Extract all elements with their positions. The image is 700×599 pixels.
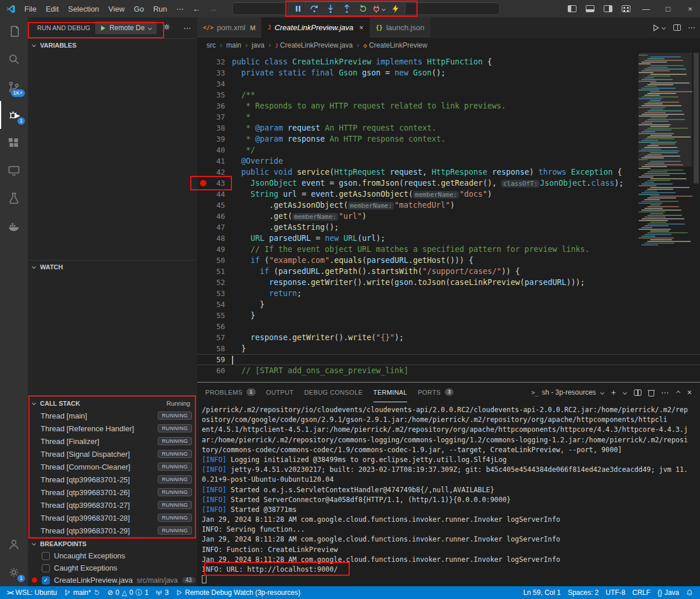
maximize-panel-icon[interactable] — [676, 390, 680, 394]
tab-pom.xml[interactable]: </>pom.xmlM — [197, 17, 262, 38]
breakpoint-gutter[interactable] — [197, 266, 208, 277]
extensions-icon[interactable] — [0, 129, 28, 157]
breakpoint-checkbox[interactable]: ✓ — [42, 576, 50, 584]
callstack-thread-row[interactable]: Thread [qtp399683701-26]RUNNING — [28, 486, 197, 499]
watch-section-header[interactable]: WATCH — [28, 260, 197, 273]
cursor-position[interactable]: Ln 59, Col 1 — [520, 586, 564, 599]
breakpoints-section-header[interactable]: BREAKPOINTS — [28, 537, 197, 550]
breakpoint-gutter[interactable] — [197, 255, 208, 266]
breadcrumb-item[interactable]: ◇ CreateLinkPreview — [363, 41, 427, 49]
code-editor[interactable]: 32public class CreateLinkPreview impleme… — [197, 53, 700, 382]
code-text[interactable]: * Responds to any HTTP request related t… — [225, 100, 506, 111]
breakpoint-checkbox[interactable] — [42, 552, 50, 560]
docker-icon[interactable] — [0, 212, 28, 240]
code-text[interactable]: if (parsedURL.getPath().startsWith("/sup… — [225, 266, 520, 277]
breakpoint-gutter[interactable] — [197, 100, 208, 111]
ports-indicator[interactable]: 3 — [152, 586, 172, 599]
menu-go[interactable]: Go — [129, 5, 148, 13]
breakpoint-gutter[interactable] — [197, 133, 208, 145]
disconnect-button[interactable] — [371, 2, 387, 15]
callstack-thread-row[interactable]: Thread [qtp399683701-28]RUNNING — [28, 511, 197, 524]
search-icon[interactable] — [0, 45, 28, 73]
breadcrumb-item[interactable]: main — [226, 41, 241, 49]
panel-more-actions[interactable]: ⋯ — [661, 388, 669, 397]
callstack-thread-row[interactable]: Thread [qtp399683701-29]RUNNING — [28, 524, 197, 537]
callstack-thread-row[interactable]: Thread [main]RUNNING — [28, 409, 197, 422]
callstack-thread-row[interactable]: Thread [Common-Cleaner]RUNNING — [28, 460, 197, 473]
source-control-icon[interactable]: 1K+ — [0, 73, 28, 101]
breakpoint-gutter[interactable] — [197, 89, 208, 100]
breakpoint-gutter[interactable] — [197, 277, 208, 288]
breadcrumb-item[interactable]: J CreateLinkPreview.java — [275, 41, 353, 49]
indentation[interactable]: Spaces: 2 — [564, 586, 602, 599]
breakpoint-gutter[interactable] — [197, 233, 208, 244]
breakpoint-gutter[interactable] — [197, 156, 208, 167]
breakpoint-gutter[interactable] — [197, 200, 208, 211]
split-terminal-icon[interactable] — [634, 389, 641, 396]
minimap[interactable] — [639, 54, 692, 246]
code-text[interactable]: * — [225, 111, 251, 122]
breakpoint-gutter[interactable] — [197, 299, 208, 310]
callstack-thread-row[interactable]: Thread [Reference Handler]RUNNING — [28, 422, 197, 435]
breakpoint-gutter[interactable] — [197, 78, 208, 89]
testing-icon[interactable] — [0, 185, 28, 212]
debug-session-status[interactable]: Remote Debug Watch (3p-resources) — [172, 586, 304, 599]
step-out-button[interactable] — [339, 2, 354, 15]
menu-selection[interactable]: Selection — [63, 5, 103, 13]
toggle-panel-icon[interactable] — [586, 5, 594, 12]
code-text[interactable]: */ — [225, 145, 255, 156]
editor-more-actions[interactable]: ⋯ — [688, 23, 695, 32]
code-text[interactable]: private static final Gson gson = new Gso… — [225, 67, 445, 78]
split-editor-icon[interactable] — [673, 24, 681, 31]
customize-layout-icon[interactable] — [622, 5, 630, 12]
kill-terminal-icon[interactable] — [648, 389, 655, 396]
menu-edit[interactable]: Edit — [41, 5, 63, 13]
breakpoint-gutter[interactable] — [197, 145, 208, 156]
breakpoint-gutter[interactable] — [197, 122, 208, 133]
encoding[interactable]: UTF-8 — [602, 586, 629, 599]
restart-button[interactable] — [355, 2, 371, 15]
variables-section-header[interactable]: VARIABLES — [28, 38, 197, 51]
close-icon[interactable]: × — [359, 23, 364, 32]
run-and-debug-icon[interactable]: 1 — [0, 101, 28, 129]
code-text[interactable] — [225, 78, 232, 89]
panel-tab-problems[interactable]: PROBLEMS1 — [205, 383, 256, 402]
code-text[interactable]: public void service(HttpRequest request,… — [225, 167, 622, 178]
breadcrumb-item[interactable]: java — [252, 41, 264, 49]
tab-launch.json[interactable]: {}launch.json — [370, 17, 431, 38]
code-text[interactable]: } — [225, 343, 246, 354]
new-terminal-button[interactable]: + — [611, 388, 616, 397]
breakpoint-gutter[interactable] — [197, 343, 208, 354]
breakpoint-gutter[interactable] — [197, 211, 208, 222]
step-into-button[interactable] — [322, 2, 338, 15]
breadcrumb-item[interactable]: src — [206, 41, 216, 49]
code-text[interactable]: .getAsString(); — [225, 222, 339, 233]
code-text[interactable]: String url = event.getAsJsonObject(membe… — [225, 189, 492, 200]
call-stack-section-header[interactable]: CALL STACK Running — [28, 396, 197, 409]
breakpoint-gutter[interactable] — [197, 354, 208, 365]
code-text[interactable]: response.getWriter().write(gson.toJson(c… — [225, 277, 585, 288]
hot-code-replace-button[interactable] — [387, 2, 403, 15]
debug-config-selector[interactable]: Remote De — [95, 21, 157, 34]
remote-explorer-icon[interactable] — [0, 157, 28, 185]
terminal-output[interactable]: /pierrick/.m2/repository/io/cloudevents/… — [197, 402, 700, 586]
breakpoint-gutter[interactable] — [197, 56, 208, 67]
notifications-bell[interactable] — [683, 586, 697, 599]
breakpoint-checkbox[interactable] — [42, 564, 50, 572]
breakpoint-gutter[interactable] — [197, 365, 208, 376]
breakpoint-row[interactable]: Caught Exceptions — [28, 562, 197, 574]
breakpoint-row[interactable]: ✓CreateLinkPreview.javasrc/main/java43 — [28, 574, 197, 586]
code-text[interactable]: .getAsJsonObject(memberName:"matchedUrl"… — [225, 200, 455, 211]
code-text[interactable]: JsonObject event = gson.fromJson(request… — [225, 178, 623, 189]
callstack-thread-row[interactable]: Thread [Signal Dispatcher]RUNNING — [28, 448, 197, 460]
tab-CreateLinkPreview.java[interactable]: JCreateLinkPreview.java× — [262, 17, 369, 38]
breakpoint-gutter[interactable] — [197, 67, 208, 78]
close-button[interactable]: × — [680, 0, 700, 17]
language-mode[interactable]: {} Java — [654, 586, 683, 599]
breakpoint-dot[interactable] — [200, 180, 206, 186]
callstack-thread-row[interactable]: Thread [Finalizer]RUNNING — [28, 435, 197, 448]
run-java-button[interactable] — [652, 24, 666, 32]
maximize-button[interactable]: □ — [658, 0, 678, 17]
breakpoint-gutter[interactable] — [197, 178, 208, 189]
panel-tab-debug-console[interactable]: DEBUG CONSOLE — [304, 383, 362, 402]
